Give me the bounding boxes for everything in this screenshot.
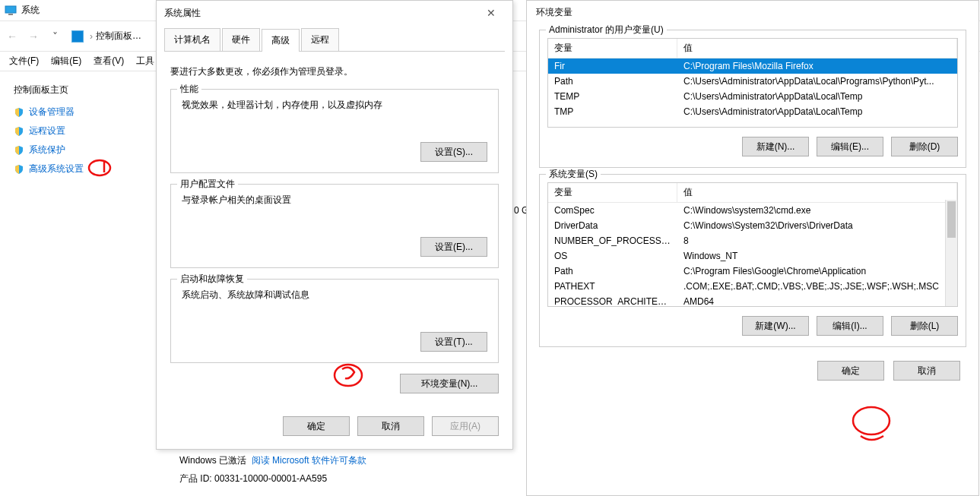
delete-user-var-button[interactable]: 删除(D) — [891, 137, 958, 156]
sidebar: 控制面板主页 设备管理器 远程设置 系统保护 高级系统设置 — [0, 76, 156, 189]
bg-title: 系统 — [21, 4, 40, 17]
profiles-settings-button[interactable]: 设置(E)... — [420, 237, 487, 257]
new-user-var-button[interactable]: 新建(N)... — [742, 137, 809, 156]
table-row[interactable]: ComSpecC:\Windows\system32\cmd.exe — [548, 203, 957, 218]
up-arrow-icon[interactable]: ˅ — [47, 29, 62, 44]
cell-var: DriverData — [548, 218, 677, 233]
dialog-title-text: 系统属性 — [164, 7, 201, 20]
table-row[interactable]: FirC:\Program Files\Mozilla Firefox — [548, 58, 957, 74]
table-row[interactable]: PATHEXT.COM;.EXE;.BAT;.CMD;.VBS;.VBE;.JS… — [548, 279, 957, 294]
sidebar-item-advanced[interactable]: 高级系统设置 — [14, 163, 142, 175]
cell-var: TEMP — [548, 89, 677, 104]
chevron-right-icon: › — [87, 31, 96, 42]
sidebar-item-remote[interactable]: 远程设置 — [14, 125, 142, 137]
cell-val: Windows_NT — [677, 248, 957, 264]
dialog-env-vars: 环境变量 Administrator 的用户变量(U) 变量 值 FirC:\P… — [526, 0, 979, 496]
apply-button[interactable]: 应用(A) — [432, 416, 499, 436]
group-desc: 与登录帐户相关的桌面设置 — [182, 194, 487, 207]
delete-sys-var-button[interactable]: 删除(L) — [891, 316, 958, 336]
col-var[interactable]: 变量 — [548, 183, 677, 202]
col-var[interactable]: 变量 — [548, 39, 677, 58]
table-user-vars[interactable]: 变量 值 FirC:\Program Files\Mozilla Firefox… — [547, 38, 958, 128]
edit-sys-var-button[interactable]: 编辑(I)... — [817, 316, 883, 336]
admin-notice: 要进行大多数更改，你必须作为管理员登录。 — [170, 65, 499, 78]
shield-icon — [14, 164, 24, 175]
back-arrow-icon[interactable]: ← — [5, 29, 20, 44]
col-val[interactable]: 值 — [677, 39, 957, 58]
activation-status: Windows 已激活 — [179, 455, 246, 466]
cell-var: TMP — [548, 104, 677, 119]
cell-var: PROCESSOR_ARCHITECT... — [548, 294, 677, 306]
tab-hardware[interactable]: 硬件 — [222, 28, 260, 51]
ok-button[interactable]: 确定 — [283, 416, 350, 436]
activation-line: Windows 已激活 阅读 Microsoft 软件许可条款 — [179, 454, 366, 467]
env-vars-button[interactable]: 环境变量(N)... — [400, 374, 499, 393]
cancel-button[interactable]: 取消 — [893, 361, 960, 381]
group-title: 启动和故障恢复 — [177, 273, 247, 286]
menu-edit[interactable]: 编辑(E) — [51, 55, 81, 68]
col-val[interactable]: 值 — [677, 183, 957, 202]
table-row[interactable]: PathC:\Users\Administrator\AppData\Local… — [548, 74, 957, 89]
cell-val: 8 — [677, 233, 957, 248]
product-id: 产品 ID: 00331-10000-00001-AA595 — [179, 472, 327, 485]
table-row[interactable]: NUMBER_OF_PROCESSORS8 — [548, 233, 957, 248]
cell-var: Fir — [548, 58, 677, 74]
table-row[interactable]: TEMPC:\Users\Administrator\AppData\Local… — [548, 89, 957, 104]
scrollbar-thumb[interactable] — [947, 201, 956, 238]
scrollbar[interactable] — [945, 200, 957, 306]
table-row[interactable]: OSWindows_NT — [548, 248, 957, 264]
sidebar-item-label: 高级系统设置 — [29, 163, 84, 175]
sidebar-item-label: 系统保护 — [29, 144, 65, 156]
ok-button[interactable]: 确定 — [817, 361, 884, 381]
perf-settings-button[interactable]: 设置(S)... — [420, 142, 487, 162]
table-row[interactable]: PROCESSOR_ARCHITECT...AMD64 — [548, 294, 957, 306]
cell-val: C:\Windows\System32\Drivers\DriverData — [677, 218, 957, 233]
table-row[interactable]: PathC:\Program Files\Google\Chrome\Appli… — [548, 264, 957, 279]
breadcrumb[interactable]: 控制面板… — [96, 30, 141, 43]
svg-rect-1 — [8, 14, 13, 15]
shield-icon — [14, 126, 24, 137]
startup-settings-button[interactable]: 设置(T)... — [420, 332, 487, 352]
table-row[interactable]: DriverDataC:\Windows\System32\Drivers\Dr… — [548, 218, 957, 233]
close-icon[interactable]: ✕ — [477, 4, 505, 22]
group-title: 用户配置文件 — [177, 178, 238, 191]
address-bar[interactable]: › 控制面板… — [68, 30, 141, 43]
cell-val: C:\Program Files\Mozilla Firefox — [677, 58, 957, 74]
group-desc: 视觉效果，处理器计划，内存使用，以及虚拟内存 — [182, 99, 487, 112]
dialog-system-properties: 系统属性 ✕ 计算机名 硬件 高级 远程 要进行大多数更改，你必须作为管理员登录… — [156, 0, 513, 450]
menu-file[interactable]: 文件(F) — [9, 55, 39, 68]
sidebar-item-protection[interactable]: 系统保护 — [14, 144, 142, 156]
menu-tools[interactable]: 工具 — [136, 55, 154, 68]
shield-icon — [14, 145, 24, 156]
shield-icon — [14, 107, 24, 118]
cell-var: Path — [548, 264, 677, 279]
group-user-profiles: 用户配置文件 与登录帐户相关的桌面设置 设置(E)... — [170, 184, 499, 268]
cell-val: C:\Windows\system32\cmd.exe — [677, 203, 957, 218]
license-link[interactable]: 阅读 Microsoft 软件许可条款 — [252, 455, 366, 466]
table-sys-vars[interactable]: 变量 值 ComSpecC:\Windows\system32\cmd.exeD… — [547, 182, 958, 307]
group-performance: 性能 视觉效果，处理器计划，内存使用，以及虚拟内存 设置(S)... — [170, 89, 499, 173]
edit-user-var-button[interactable]: 编辑(E)... — [817, 137, 883, 156]
sidebar-item-device-manager[interactable]: 设备管理器 — [14, 106, 142, 118]
cell-val: .COM;.EXE;.BAT;.CMD;.VBS;.VBE;.JS;.JSE;.… — [677, 279, 957, 294]
tab-advanced[interactable]: 高级 — [262, 29, 300, 52]
tab-computer-name[interactable]: 计算机名 — [164, 28, 220, 51]
group-title: Administrator 的用户变量(U) — [546, 24, 667, 36]
menu-view[interactable]: 查看(V) — [94, 55, 124, 68]
system-icon — [5, 5, 17, 17]
tab-remote[interactable]: 远程 — [301, 28, 339, 51]
cancel-button[interactable]: 取消 — [357, 416, 424, 436]
group-startup: 启动和故障恢复 系统启动、系统故障和调试信息 设置(T)... — [170, 279, 499, 363]
dialog-title-text: 环境变量 — [536, 6, 572, 19]
table-row[interactable]: TMPC:\Users\Administrator\AppData\Local\… — [548, 104, 957, 119]
cell-val: C:\Users\Administrator\AppData\Local\Tem… — [677, 104, 957, 119]
cell-val: C:\Program Files\Google\Chrome\Applicati… — [677, 264, 957, 279]
forward-arrow-icon[interactable]: → — [26, 29, 41, 44]
new-sys-var-button[interactable]: 新建(W)... — [742, 316, 809, 336]
group-title: 性能 — [177, 83, 201, 96]
cell-var: NUMBER_OF_PROCESSORS — [548, 233, 677, 248]
dialog-titlebar[interactable]: 系统属性 ✕ — [157, 1, 512, 25]
dialog-titlebar[interactable]: 环境变量 — [527, 1, 978, 24]
cell-var: Path — [548, 74, 677, 89]
cell-var: ComSpec — [548, 203, 677, 218]
